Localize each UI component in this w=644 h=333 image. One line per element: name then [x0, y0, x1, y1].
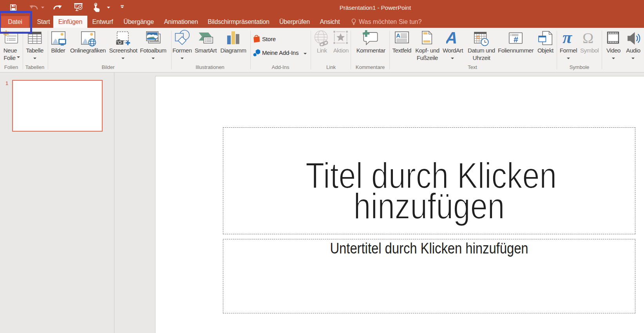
- svg-text:A: A: [446, 31, 458, 45]
- svg-text:π: π: [563, 31, 572, 45]
- svg-text:Ω: Ω: [582, 31, 593, 45]
- svg-text:A: A: [396, 32, 400, 39]
- svg-text:#: #: [514, 35, 518, 44]
